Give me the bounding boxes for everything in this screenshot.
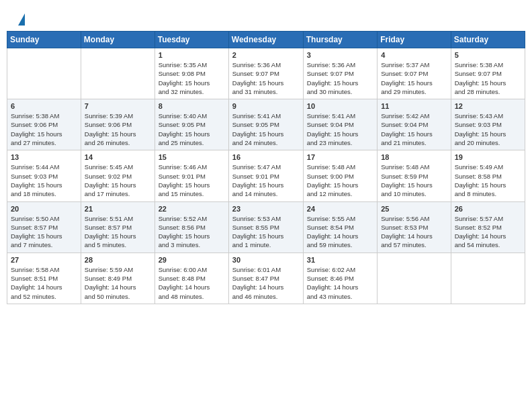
day-number: 4 [381,51,447,59]
calendar-week-row: 20Sunrise: 5:50 AMSunset: 8:57 PMDayligh… [7,201,525,253]
day-number: 10 [307,102,373,110]
calendar-day-cell: 8Sunrise: 5:40 AMSunset: 9:05 PMDaylight… [154,99,228,150]
day-info: Sunrise: 5:41 AMSunset: 9:04 PMDaylight:… [307,111,373,147]
day-info: Sunrise: 6:02 AMSunset: 8:46 PMDaylight:… [307,265,373,301]
weekday-header: Tuesday [154,32,228,48]
day-info: Sunrise: 5:56 AMSunset: 8:53 PMDaylight:… [381,214,447,250]
day-number: 21 [85,205,151,213]
calendar-day-cell [7,48,81,99]
day-number: 24 [307,205,373,213]
day-info: Sunrise: 5:40 AMSunset: 9:05 PMDaylight:… [159,111,225,147]
calendar-week-row: 6Sunrise: 5:38 AMSunset: 9:06 PMDaylight… [7,99,525,150]
calendar-day-cell: 3Sunrise: 5:36 AMSunset: 9:07 PMDaylight… [303,48,377,99]
day-info: Sunrise: 5:58 AMSunset: 8:51 PMDaylight:… [11,265,77,301]
calendar-table: SundayMondayTuesdayWednesdayThursdayFrid… [7,31,525,304]
day-info: Sunrise: 5:44 AMSunset: 9:03 PMDaylight:… [11,163,77,198]
calendar-day-cell: 5Sunrise: 5:38 AMSunset: 9:07 PMDaylight… [451,48,525,99]
day-info: Sunrise: 5:41 AMSunset: 9:05 PMDaylight:… [232,111,300,147]
calendar-day-cell: 9Sunrise: 5:41 AMSunset: 9:05 PMDaylight… [228,99,303,150]
day-number: 31 [307,256,373,264]
calendar-day-cell: 21Sunrise: 5:51 AMSunset: 8:57 PMDayligh… [81,201,154,253]
day-number: 29 [159,256,225,264]
calendar-day-cell [378,253,451,304]
day-info: Sunrise: 5:57 AMSunset: 8:52 PMDaylight:… [455,214,521,250]
calendar-day-cell: 24Sunrise: 5:55 AMSunset: 8:54 PMDayligh… [303,201,377,253]
day-number: 1 [159,51,225,59]
calendar-day-cell: 30Sunrise: 6:01 AMSunset: 8:47 PMDayligh… [228,253,303,304]
day-number: 7 [85,102,151,110]
day-number: 3 [307,51,373,59]
calendar-day-cell: 19Sunrise: 5:49 AMSunset: 8:58 PMDayligh… [451,150,525,201]
day-number: 30 [232,256,300,264]
day-info: Sunrise: 5:47 AMSunset: 9:01 PMDaylight:… [232,163,300,198]
calendar-day-cell: 10Sunrise: 5:41 AMSunset: 9:04 PMDayligh… [303,99,377,150]
calendar-day-cell: 14Sunrise: 5:45 AMSunset: 9:02 PMDayligh… [81,150,154,201]
calendar-day-cell: 1Sunrise: 5:35 AMSunset: 9:08 PMDaylight… [154,48,228,99]
day-number: 6 [11,102,77,110]
day-info: Sunrise: 5:37 AMSunset: 9:07 PMDaylight:… [381,60,447,96]
day-number: 19 [455,153,521,161]
calendar-day-cell: 7Sunrise: 5:39 AMSunset: 9:06 PMDaylight… [81,99,154,150]
calendar-week-row: 27Sunrise: 5:58 AMSunset: 8:51 PMDayligh… [7,253,525,304]
day-info: Sunrise: 6:01 AMSunset: 8:47 PMDaylight:… [232,265,300,301]
calendar-day-cell: 4Sunrise: 5:37 AMSunset: 9:07 PMDaylight… [378,48,451,99]
calendar-day-cell: 26Sunrise: 5:57 AMSunset: 8:52 PMDayligh… [451,201,525,253]
logo [17,13,25,24]
day-number: 26 [455,205,521,213]
day-number: 14 [85,153,151,161]
weekday-header: Thursday [303,32,377,48]
weekday-header: Saturday [451,32,525,48]
day-number: 25 [381,205,447,213]
day-number: 22 [159,205,225,213]
day-number: 9 [232,102,300,110]
calendar-day-cell: 18Sunrise: 5:48 AMSunset: 8:59 PMDayligh… [378,150,451,201]
day-info: Sunrise: 5:59 AMSunset: 8:49 PMDaylight:… [85,265,151,301]
weekday-header: Friday [378,32,451,48]
day-info: Sunrise: 6:00 AMSunset: 8:48 PMDaylight:… [159,265,225,301]
day-number: 5 [455,51,521,59]
calendar-day-cell: 16Sunrise: 5:47 AMSunset: 9:01 PMDayligh… [228,150,303,201]
day-number: 18 [381,153,447,161]
day-info: Sunrise: 5:45 AMSunset: 9:02 PMDaylight:… [85,163,151,198]
logo-triangle-icon [18,13,25,26]
calendar-day-cell: 28Sunrise: 5:59 AMSunset: 8:49 PMDayligh… [81,253,154,304]
page-header [7,7,525,28]
day-info: Sunrise: 5:38 AMSunset: 9:07 PMDaylight:… [455,60,521,96]
day-info: Sunrise: 5:36 AMSunset: 9:07 PMDaylight:… [307,60,373,96]
calendar-day-cell: 27Sunrise: 5:58 AMSunset: 8:51 PMDayligh… [7,253,81,304]
day-info: Sunrise: 5:50 AMSunset: 8:57 PMDaylight:… [11,214,77,250]
day-info: Sunrise: 5:48 AMSunset: 9:00 PMDaylight:… [307,163,373,198]
day-number: 20 [11,205,77,213]
day-number: 17 [307,153,373,161]
day-number: 28 [85,256,151,264]
day-number: 23 [232,205,300,213]
calendar-day-cell: 13Sunrise: 5:44 AMSunset: 9:03 PMDayligh… [7,150,81,201]
day-number: 27 [11,256,77,264]
day-number: 16 [232,153,300,161]
day-number: 15 [159,153,225,161]
calendar-day-cell: 17Sunrise: 5:48 AMSunset: 9:00 PMDayligh… [303,150,377,201]
weekday-header: Wednesday [228,32,303,48]
calendar-day-cell: 25Sunrise: 5:56 AMSunset: 8:53 PMDayligh… [378,201,451,253]
calendar-day-cell: 6Sunrise: 5:38 AMSunset: 9:06 PMDaylight… [7,99,81,150]
weekday-header: Monday [81,32,154,48]
day-info: Sunrise: 5:53 AMSunset: 8:55 PMDaylight:… [232,214,300,250]
day-info: Sunrise: 5:36 AMSunset: 9:07 PMDaylight:… [232,60,300,96]
day-info: Sunrise: 5:55 AMSunset: 8:54 PMDaylight:… [307,214,373,250]
calendar-day-cell: 23Sunrise: 5:53 AMSunset: 8:55 PMDayligh… [228,201,303,253]
weekday-header: Sunday [7,32,81,48]
day-number: 2 [232,51,300,59]
calendar-day-cell [81,48,154,99]
day-info: Sunrise: 5:35 AMSunset: 9:08 PMDaylight:… [159,60,225,96]
day-number: 13 [11,153,77,161]
day-info: Sunrise: 5:52 AMSunset: 8:56 PMDaylight:… [159,214,225,250]
day-info: Sunrise: 5:46 AMSunset: 9:01 PMDaylight:… [159,163,225,198]
day-info: Sunrise: 5:38 AMSunset: 9:06 PMDaylight:… [11,111,77,147]
calendar-day-cell: 20Sunrise: 5:50 AMSunset: 8:57 PMDayligh… [7,201,81,253]
calendar-week-row: 13Sunrise: 5:44 AMSunset: 9:03 PMDayligh… [7,150,525,201]
day-info: Sunrise: 5:39 AMSunset: 9:06 PMDaylight:… [85,111,151,147]
calendar-day-cell: 11Sunrise: 5:42 AMSunset: 9:04 PMDayligh… [378,99,451,150]
day-info: Sunrise: 5:48 AMSunset: 8:59 PMDaylight:… [381,163,447,198]
day-number: 8 [159,102,225,110]
day-info: Sunrise: 5:42 AMSunset: 9:04 PMDaylight:… [381,111,447,147]
